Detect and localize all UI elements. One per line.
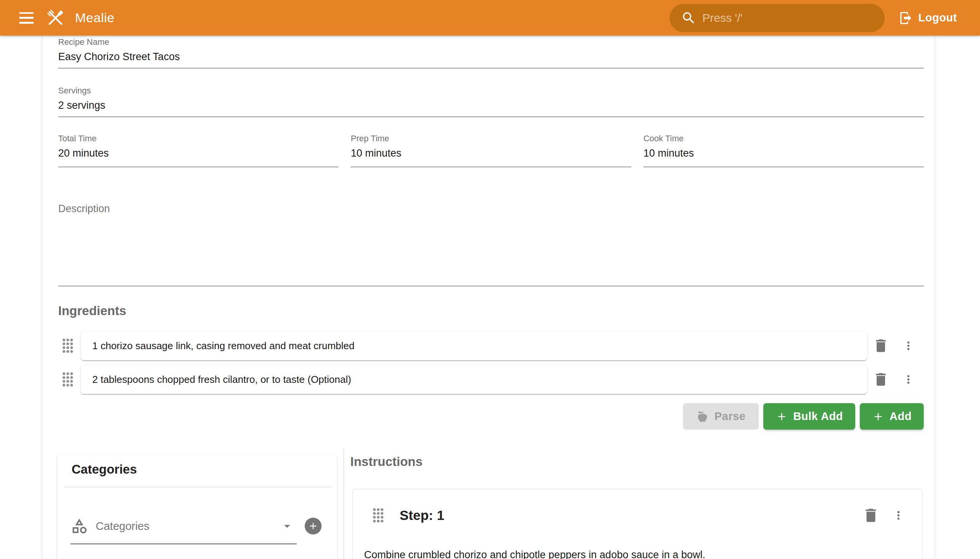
cook-time-field[interactable]: Cook Time 10 minutes [643,134,924,167]
categories-heading: Categories [71,462,337,477]
plus-icon [308,521,319,531]
description-textarea[interactable]: Description [58,203,924,286]
instruction-step-card: Step: 1 Combine crumbled chorizo and chi… [352,489,922,559]
delete-ingredient-button[interactable] [872,337,890,355]
divider [64,487,332,488]
ingredient-text: 1 chorizo sausage link, casing removed a… [92,340,354,352]
trash-icon [862,506,880,524]
times-row: Total Time 20 minutes Prep Time 10 minut… [58,134,924,167]
parse-label: Parse [714,410,746,423]
ingredient-text: 2 tablespoons chopped fresh cilantro, or… [92,374,351,385]
crossed-fork-knife-icon [45,8,66,28]
delete-step-button[interactable] [862,506,880,524]
plus-icon [872,410,884,423]
logout-icon [899,11,913,25]
drag-handle-icon[interactable] [62,338,73,353]
category-shapes-icon [70,517,88,535]
step-title: Step: 1 [400,508,445,523]
dots-vertical-icon [892,507,905,524]
apple-icon [696,410,709,423]
app-bar: Mealie Press '/' Logout [0,0,980,36]
step-text-input[interactable]: Combine crumbled chorizo and chipotle pe… [364,547,907,559]
parse-button[interactable]: Parse [683,403,759,430]
logout-button[interactable]: Logout [894,7,962,29]
search-icon [681,10,696,26]
recipe-name-label: Recipe Name [58,37,924,47]
total-time-label: Total Time [58,134,339,144]
search-placeholder: Press '/' [702,12,743,25]
delete-ingredient-button[interactable] [872,370,890,389]
prep-time-field[interactable]: Prep Time 10 minutes [350,134,631,167]
bulk-add-button[interactable]: Bulk Add [764,403,855,430]
ingredient-input[interactable]: 1 chorizo sausage link, casing removed a… [81,331,867,360]
step-header: Step: 1 [369,506,906,524]
trash-icon [873,337,889,354]
trash-icon [873,371,889,388]
cook-time-label: Cook Time [643,134,924,144]
total-time-value[interactable]: 20 minutes [58,147,339,160]
drag-handle-icon[interactable] [62,372,73,387]
servings-value[interactable]: 2 servings [58,99,924,112]
dots-vertical-icon [902,337,915,354]
ingredient-menu-button[interactable] [901,370,916,389]
categories-select-placeholder: Categories [96,520,149,533]
cook-time-value[interactable]: 10 minutes [643,147,924,160]
prep-time-label: Prep Time [350,134,631,144]
menu-icon[interactable] [19,12,34,24]
column-divider [344,448,344,559]
add-label: Add [890,410,912,423]
step-menu-button[interactable] [891,506,906,524]
servings-label: Servings [58,86,924,96]
categories-select-underline [70,543,297,544]
dots-vertical-icon [902,371,915,388]
add-ingredient-button[interactable]: Add [860,403,924,430]
ingredient-actions: Parse Bulk Add Add [58,403,924,430]
ingredient-input[interactable]: 2 tablespoons chopped fresh cilantro, or… [81,365,867,394]
categories-select[interactable]: Categories [70,513,322,539]
ingredient-row: 1 chorizo sausage link, casing removed a… [58,331,924,360]
recipe-name-value[interactable]: Easy Chorizo Street Tacos [58,50,924,63]
app-title: Mealie [75,10,114,25]
search-input[interactable]: Press '/' [669,4,885,32]
recipe-editor-card: Recipe Name Easy Chorizo Street Tacos Se… [43,36,934,559]
bulk-add-label: Bulk Add [793,410,843,423]
description-label: Description [58,203,924,215]
instructions-heading: Instructions [350,455,423,469]
prep-time-value[interactable]: 10 minutes [350,147,631,160]
total-time-field[interactable]: Total Time 20 minutes [58,134,339,167]
ingredients-heading: Ingredients [58,304,126,318]
drag-handle-icon[interactable] [372,508,384,523]
categories-card: Categories Categories [58,454,337,559]
recipe-name-field[interactable]: Recipe Name Easy Chorizo Street Tacos [58,37,924,69]
logout-label: Logout [918,12,957,24]
add-category-button[interactable] [305,518,322,534]
plus-icon [775,410,788,423]
servings-field[interactable]: Servings 2 servings [58,86,924,117]
ingredient-row: 2 tablespoons chopped fresh cilantro, or… [58,365,924,394]
chevron-down-icon[interactable] [280,519,294,533]
mealie-logo-icon[interactable] [45,8,66,28]
ingredient-menu-button[interactable] [901,337,916,355]
